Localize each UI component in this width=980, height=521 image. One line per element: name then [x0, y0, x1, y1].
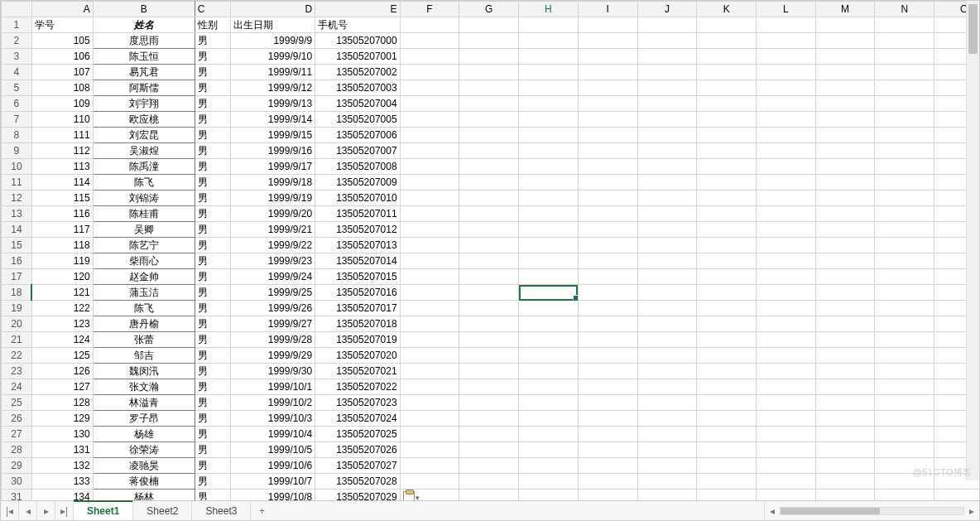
cell-H19[interactable] [519, 301, 579, 316]
cell-C28[interactable]: 男 [195, 442, 230, 458]
cell-M9[interactable] [815, 143, 875, 159]
cell-F13[interactable] [400, 206, 459, 222]
cell-K22[interactable] [697, 348, 757, 364]
cell-F22[interactable] [400, 348, 459, 364]
cell-K26[interactable] [697, 411, 757, 427]
cell-I21[interactable] [578, 332, 637, 348]
cell-I7[interactable] [578, 112, 637, 128]
cell-H9[interactable] [519, 143, 579, 159]
cell-K20[interactable] [697, 316, 757, 332]
cell-J22[interactable] [637, 348, 697, 364]
row-header-13[interactable]: 13 [2, 206, 32, 222]
cell-N17[interactable] [875, 269, 934, 285]
cell-D10[interactable]: 1999/9/17 [230, 159, 315, 175]
cell-H29[interactable] [519, 458, 579, 474]
cell-H30[interactable] [519, 474, 579, 490]
cell-M12[interactable] [815, 191, 875, 206]
cell-C21[interactable]: 男 [195, 332, 230, 348]
cell-E23[interactable]: 13505207021 [315, 364, 400, 379]
cell-M4[interactable] [815, 65, 875, 80]
row-header-30[interactable]: 30 [2, 474, 32, 490]
cell-D25[interactable]: 1999/10/2 [230, 395, 315, 411]
cell-L25[interactable] [757, 395, 816, 411]
tab-nav-prev[interactable]: ◂ [19, 501, 37, 520]
cell-C1[interactable]: 性别 [195, 17, 230, 33]
tab-nav-first[interactable]: |◂ [1, 501, 19, 520]
cell-K15[interactable] [697, 238, 757, 253]
cell-I29[interactable] [578, 458, 637, 474]
cell-N22[interactable] [875, 348, 934, 364]
cell-E20[interactable]: 13505207018 [315, 316, 400, 332]
cell-F10[interactable] [400, 159, 459, 175]
tab-nav-last[interactable]: ▸| [55, 501, 74, 520]
cell-E25[interactable]: 13505207023 [315, 395, 400, 411]
grid-area[interactable]: ABCDEFGHIJKLMNO 1学号姓名性别出生日期手机号2105度思雨男19… [1, 1, 979, 500]
cell-H25[interactable] [519, 395, 579, 411]
cell-B21[interactable]: 张蕾 [93, 332, 195, 348]
cell-F29[interactable] [400, 458, 459, 474]
cell-J14[interactable] [637, 222, 697, 238]
row-header-25[interactable]: 25 [2, 395, 32, 411]
cell-K21[interactable] [697, 332, 757, 348]
cell-L2[interactable] [757, 33, 816, 49]
cell-J16[interactable] [637, 253, 697, 269]
cell-M26[interactable] [815, 411, 875, 427]
cell-A9[interactable]: 112 [31, 143, 93, 159]
cell-N23[interactable] [875, 364, 934, 379]
cell-J31[interactable] [637, 490, 697, 501]
cell-I18[interactable] [578, 285, 637, 301]
cell-C23[interactable]: 男 [195, 364, 230, 379]
cell-E17[interactable]: 13505207015 [315, 269, 400, 285]
cell-A13[interactable]: 116 [31, 206, 93, 222]
cell-I22[interactable] [578, 348, 637, 364]
cell-C8[interactable]: 男 [195, 128, 230, 143]
cell-I6[interactable] [578, 96, 637, 112]
cell-H2[interactable] [519, 33, 579, 49]
cell-F12[interactable] [400, 191, 459, 206]
cell-B14[interactable]: 吴卿 [93, 222, 195, 238]
cell-K10[interactable] [697, 159, 757, 175]
cell-C20[interactable]: 男 [195, 316, 230, 332]
cell-J30[interactable] [637, 474, 697, 490]
cell-H5[interactable] [519, 80, 579, 96]
cell-A15[interactable]: 118 [31, 238, 93, 253]
cell-C25[interactable]: 男 [195, 395, 230, 411]
cell-B10[interactable]: 陈禹潼 [93, 159, 195, 175]
cell-N19[interactable] [875, 301, 934, 316]
cell-C3[interactable]: 男 [195, 49, 230, 65]
cell-A5[interactable]: 108 [31, 80, 93, 96]
cell-K28[interactable] [697, 442, 757, 458]
cell-I5[interactable] [578, 80, 637, 96]
cell-G12[interactable] [459, 191, 519, 206]
cell-L8[interactable] [757, 128, 816, 143]
cell-L26[interactable] [757, 411, 816, 427]
cell-I26[interactable] [578, 411, 637, 427]
cell-C26[interactable]: 男 [195, 411, 230, 427]
paste-options-icon[interactable] [403, 491, 415, 500]
cell-I16[interactable] [578, 253, 637, 269]
cell-I2[interactable] [578, 33, 637, 49]
vertical-scroll-thumb[interactable] [968, 4, 978, 54]
cell-E18[interactable]: 13505207016 [315, 285, 400, 301]
cell-D5[interactable]: 1999/9/12 [230, 80, 315, 96]
column-header-E[interactable]: E [315, 2, 400, 17]
cell-C17[interactable]: 男 [195, 269, 230, 285]
cell-K1[interactable] [697, 17, 757, 33]
cell-M13[interactable] [815, 206, 875, 222]
cell-M11[interactable] [815, 175, 875, 191]
cell-H27[interactable] [519, 427, 579, 442]
cell-B26[interactable]: 罗子昂 [93, 411, 195, 427]
cell-E15[interactable]: 13505207013 [315, 238, 400, 253]
cell-B22[interactable]: 邹吉 [93, 348, 195, 364]
cell-A18[interactable]: 121 [31, 285, 93, 301]
cell-D21[interactable]: 1999/9/28 [230, 332, 315, 348]
cell-L7[interactable] [757, 112, 816, 128]
cell-K29[interactable] [697, 458, 757, 474]
cell-E14[interactable]: 13505207012 [315, 222, 400, 238]
cell-L11[interactable] [757, 175, 816, 191]
cell-E31[interactable]: 13505207029 [315, 490, 400, 501]
cell-H4[interactable] [519, 65, 579, 80]
tab-nav-next[interactable]: ▸ [37, 501, 55, 520]
cell-J3[interactable] [637, 49, 697, 65]
cell-M23[interactable] [815, 364, 875, 379]
